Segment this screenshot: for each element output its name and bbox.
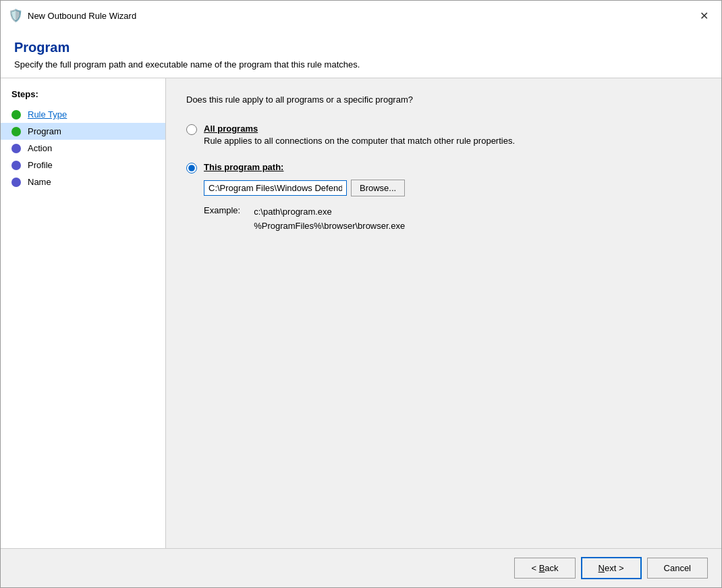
cancel-button[interactable]: Cancel bbox=[647, 558, 708, 579]
page-description: Specify the full program path and execut… bbox=[14, 59, 708, 70]
title-bar-left: 🛡️ New Outbound Rule Wizard bbox=[9, 9, 136, 22]
sidebar-item-name[interactable]: Name bbox=[1, 173, 165, 190]
dot-action bbox=[11, 144, 21, 153]
dialog-window: 🛡️ New Outbound Rule Wizard ✕ Program Sp… bbox=[0, 0, 722, 588]
close-button[interactable]: ✕ bbox=[694, 6, 713, 25]
step-label-name: Name bbox=[28, 177, 51, 187]
example-row: Example: c:\path\program.exe %ProgramFil… bbox=[204, 205, 405, 234]
step-label-program: Program bbox=[28, 126, 61, 136]
main-content: Steps: Rule Type Program Action Profile … bbox=[1, 78, 721, 548]
option-this-program-content: This program path: Browse... Example: c:… bbox=[204, 162, 405, 234]
option-all-programs-content: All programs Rule applies to all connect… bbox=[204, 124, 515, 146]
next-button[interactable]: Next > bbox=[581, 557, 642, 579]
sidebar-item-profile[interactable]: Profile bbox=[1, 157, 165, 173]
question-text: Does this rule apply to all programs or … bbox=[186, 95, 701, 105]
step-label-profile: Profile bbox=[28, 160, 53, 170]
back-button[interactable]: < Back bbox=[514, 558, 575, 579]
app-icon: 🛡️ bbox=[9, 9, 22, 22]
dot-name bbox=[11, 178, 21, 187]
sidebar: Steps: Rule Type Program Action Profile … bbox=[1, 78, 166, 548]
content-area: Does this rule apply to all programs or … bbox=[166, 78, 721, 548]
browse-button[interactable]: Browse... bbox=[351, 180, 405, 196]
sidebar-item-program[interactable]: Program bbox=[1, 123, 165, 140]
sidebar-item-rule-type[interactable]: Rule Type bbox=[1, 106, 165, 123]
radio-all-programs[interactable] bbox=[186, 124, 197, 135]
title-bar: 🛡️ New Outbound Rule Wizard ✕ bbox=[1, 1, 721, 29]
dot-rule-type bbox=[11, 110, 21, 119]
option-group: All programs Rule applies to all connect… bbox=[186, 124, 701, 234]
program-path-input[interactable] bbox=[204, 180, 347, 196]
step-label-action: Action bbox=[28, 143, 52, 153]
option-all-programs-label[interactable]: All programs bbox=[204, 124, 515, 134]
radio-this-program[interactable] bbox=[186, 163, 197, 173]
example-values: c:\path\program.exe %ProgramFiles%\brows… bbox=[254, 205, 405, 234]
path-row: Browse... bbox=[204, 180, 405, 196]
page-title: Program bbox=[14, 40, 708, 55]
dot-profile bbox=[11, 161, 21, 170]
dot-program bbox=[11, 127, 21, 136]
example-line-1: c:\path\program.exe bbox=[254, 205, 405, 219]
window-title: New Outbound Rule Wizard bbox=[28, 11, 136, 21]
steps-label: Steps: bbox=[1, 89, 165, 106]
option-this-program: This program path: Browse... Example: c:… bbox=[186, 162, 701, 234]
option-all-programs: All programs Rule applies to all connect… bbox=[186, 124, 701, 146]
example-line-2: %ProgramFiles%\browser\browser.exe bbox=[254, 219, 405, 234]
sidebar-item-action[interactable]: Action bbox=[1, 140, 165, 157]
option-all-programs-desc: Rule applies to all connections on the c… bbox=[204, 136, 515, 146]
option-this-program-label[interactable]: This program path: bbox=[204, 162, 405, 172]
example-label: Example: bbox=[204, 205, 240, 215]
step-label-rule-type: Rule Type bbox=[28, 109, 67, 119]
bottom-bar: < Back Next > Cancel bbox=[1, 548, 721, 587]
header-section: Program Specify the full program path an… bbox=[1, 29, 721, 78]
